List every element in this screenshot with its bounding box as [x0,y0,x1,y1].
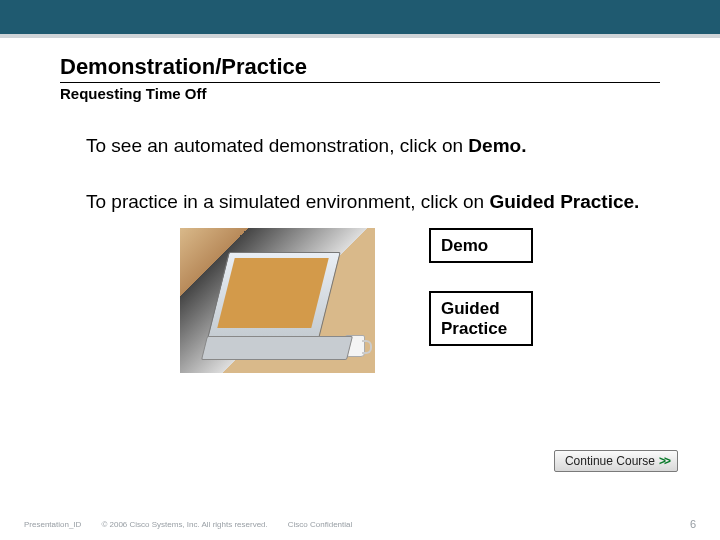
slide-title: Demonstration/Practice [60,54,660,83]
text-bold: Demo. [468,135,526,156]
laptop-photo [180,228,375,373]
presentation-id: Presentation_ID [24,520,81,529]
laptop-screen [217,258,328,328]
paragraph-demo: To see an automated demonstration, click… [86,134,660,158]
continue-label: Continue Course [565,454,655,468]
guided-practice-button[interactable]: Guided Practice [429,291,533,346]
chevron-right-icon: >> [659,454,669,468]
paragraph-guided: To practice in a simulated environment, … [86,190,660,214]
footer: Presentation_ID © 2006 Cisco Systems, In… [0,518,720,530]
text: To practice in a simulated environment, … [86,191,489,212]
continue-course-button[interactable]: Continue Course >> [554,450,678,472]
copyright: © 2006 Cisco Systems, Inc. All rights re… [101,520,267,529]
slide-content: Demonstration/Practice Requesting Time O… [0,38,720,373]
page-number: 6 [690,518,696,530]
header-bar [0,0,720,38]
footer-left: Presentation_ID © 2006 Cisco Systems, In… [24,520,352,529]
demo-button[interactable]: Demo [429,228,533,264]
text: To see an automated demonstration, click… [86,135,468,156]
coffee-cup [345,335,365,357]
confidential-label: Cisco Confidential [288,520,352,529]
text-bold: Guided Practice. [489,191,639,212]
slide-subtitle: Requesting Time Off [60,85,660,102]
action-buttons: Demo Guided Practice [429,228,533,373]
media-row: Demo Guided Practice [60,228,660,373]
